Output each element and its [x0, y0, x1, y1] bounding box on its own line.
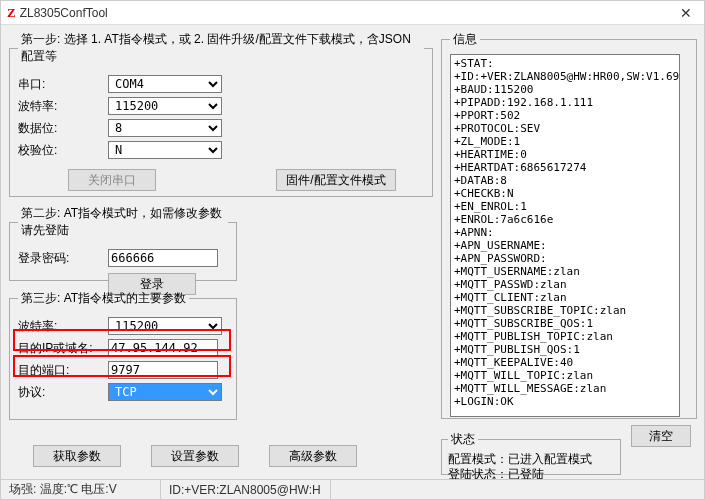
app-icon: Z: [7, 5, 16, 21]
port-select[interactable]: COM4: [108, 75, 222, 93]
fwcfg-mode-button[interactable]: 固件/配置文件模式: [276, 169, 396, 191]
status-id: ID:+VER:ZLAN8005@HW:H: [161, 480, 331, 499]
pwd-label: 登录密码:: [18, 250, 108, 267]
parity-select[interactable]: N: [108, 141, 222, 159]
baud1-select[interactable]: 115200: [108, 97, 222, 115]
status-bar: 场强: 温度:℃ 电压:V ID:+VER:ZLAN8005@HW:H: [1, 479, 704, 499]
port-label: 串口:: [18, 76, 108, 93]
parity-label: 校验位:: [18, 142, 108, 159]
step2-group: 第二步: AT指令模式时，如需修改参数请先登陆 登录密码: 登录: [9, 205, 237, 281]
set-params-button[interactable]: 设置参数: [151, 445, 239, 467]
dest-port-label: 目的端口:: [18, 362, 108, 379]
step1-group: 第一步: 选择 1. AT指令模式，或 2. 固件升级/配置文件下载模式，含JS…: [9, 31, 433, 197]
clear-button[interactable]: 清空: [631, 425, 691, 447]
cfg-mode-value: 已进入配置模式: [508, 452, 592, 466]
baud1-label: 波特率:: [18, 98, 108, 115]
baud2-select[interactable]: 115200: [108, 317, 222, 335]
databit-label: 数据位:: [18, 120, 108, 137]
close-port-button[interactable]: 关闭串口: [68, 169, 156, 191]
proto-select[interactable]: TCP: [108, 383, 222, 401]
close-icon[interactable]: ✕: [674, 5, 698, 21]
step3-group: 第三步: AT指令模式的主要参数 波特率: 115200 目的IP或域名: 目的…: [9, 290, 237, 420]
pwd-input[interactable]: [108, 249, 218, 267]
step3-legend: 第三步: AT指令模式的主要参数: [18, 290, 189, 307]
info-textarea[interactable]: +STAT: +ID:+VER:ZLAN8005@HW:HR00,SW:V1.6…: [450, 54, 680, 417]
info-group: 信息 +STAT: +ID:+VER:ZLAN8005@HW:HR00,SW:V…: [441, 31, 697, 419]
state-legend: 状态: [448, 431, 478, 448]
status-field: 场强: 温度:℃ 电压:V: [1, 480, 161, 499]
info-legend: 信息: [450, 31, 480, 48]
client-area: 第一步: 选择 1. AT指令模式，或 2. 固件升级/配置文件下载模式，含JS…: [1, 25, 704, 499]
step2-legend: 第二步: AT指令模式时，如需修改参数请先登陆: [18, 205, 228, 239]
databit-select[interactable]: 8: [108, 119, 222, 137]
app-window: Z ZL8305ConfTool ✕ 第一步: 选择 1. AT指令模式，或 2…: [0, 0, 705, 500]
get-params-button[interactable]: 获取参数: [33, 445, 121, 467]
proto-label: 协议:: [18, 384, 108, 401]
adv-params-button[interactable]: 高级参数: [269, 445, 357, 467]
state-group: 状态 配置模式：已进入配置模式 登陆状态：已登陆: [441, 431, 621, 475]
baud2-label: 波特率:: [18, 318, 108, 335]
step1-legend: 第一步: 选择 1. AT指令模式，或 2. 固件升级/配置文件下载模式，含JS…: [18, 31, 424, 65]
titlebar: Z ZL8305ConfTool ✕: [1, 1, 704, 25]
cfg-mode-label: 配置模式：: [448, 452, 508, 466]
dest-ip-label: 目的IP或域名:: [18, 340, 108, 357]
dest-port-input[interactable]: [108, 361, 218, 379]
dest-ip-input[interactable]: [108, 339, 218, 357]
window-title: ZL8305ConfTool: [20, 6, 108, 20]
